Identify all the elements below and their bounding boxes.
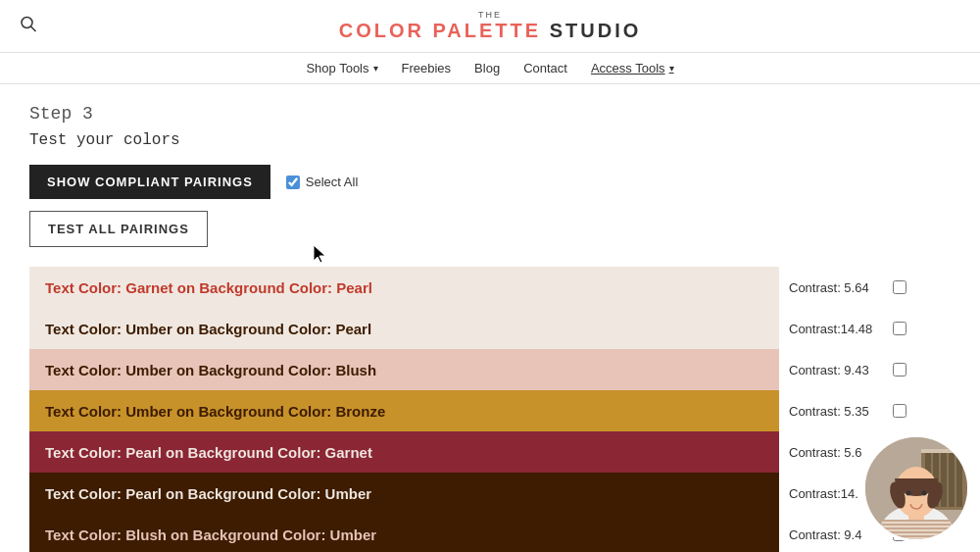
pairing-contrast: Contrast: 5.64 (779, 280, 887, 295)
nav-contact[interactable]: Contact (523, 61, 567, 75)
search-icon[interactable] (20, 15, 37, 37)
nav-access-tools[interactable]: Access Tools ▾ (591, 61, 674, 75)
pairing-row: Text Color: Pearl on Background Color: U… (29, 473, 951, 514)
header: THE COLOR PALETTE STUDIO (0, 0, 980, 53)
pairing-swatch: Text Color: Umber on Background Color: P… (29, 308, 779, 349)
nav-blog[interactable]: Blog (474, 61, 500, 75)
select-all-checkbox[interactable] (286, 176, 300, 189)
pairing-contrast: Contrast: 9.4 (779, 527, 887, 542)
chevron-down-icon: ▾ (373, 63, 378, 74)
pairing-swatch: Text Color: Pearl on Background Color: G… (29, 431, 779, 473)
logo-the: THE (339, 10, 642, 20)
pairing-checkbox-wrap (887, 404, 911, 418)
pairing-contrast: Contrast: 9.43 (779, 363, 887, 377)
svg-point-0 (22, 17, 32, 27)
pairing-contrast: Contrast:14.48 (779, 322, 887, 336)
svg-line-1 (31, 26, 36, 31)
pairing-checkbox-wrap (887, 363, 911, 376)
section-title: Test your colors (29, 131, 951, 149)
pairing-select-checkbox[interactable] (893, 363, 906, 376)
avatar (862, 434, 970, 542)
pairings-list: Text Color: Garnet on Background Color: … (29, 267, 951, 552)
pairing-swatch: Text Color: Umber on Background Color: B… (29, 390, 779, 431)
pairing-select-checkbox[interactable] (893, 322, 906, 335)
pairing-row: Text Color: Umber on Background Color: P… (29, 308, 951, 349)
pairing-select-checkbox[interactable] (893, 280, 906, 294)
action-buttons-row: SHOW COMPLIANT PAIRINGS Select All (29, 165, 951, 199)
nav-shop-tools[interactable]: Shop Tools ▾ (306, 61, 377, 75)
main-nav: Shop Tools ▾ Freebies Blog Contact Acces… (0, 53, 980, 84)
pairing-select-checkbox[interactable] (893, 404, 906, 418)
pairing-checkbox-wrap (887, 322, 911, 335)
pairing-row: Text Color: Blush on Background Color: U… (29, 514, 951, 552)
test-all-pairings-button[interactable]: TEST ALL PAIRINGS (29, 211, 208, 247)
nav-freebies[interactable]: Freebies (402, 61, 452, 75)
chevron-down-icon: ▾ (669, 63, 674, 74)
pairing-swatch: Text Color: Pearl on Background Color: U… (29, 473, 779, 514)
pairing-swatch: Text Color: Umber on Background Color: B… (29, 349, 779, 390)
pairing-checkbox-wrap (887, 280, 911, 294)
logo-title: COLOR PALETTE STUDIO (339, 20, 642, 42)
pairing-swatch: Text Color: Garnet on Background Color: … (29, 267, 779, 308)
pairing-swatch: Text Color: Blush on Background Color: U… (29, 514, 779, 552)
test-button-row: TEST ALL PAIRINGS (29, 211, 951, 247)
pairing-row: Text Color: Umber on Background Color: B… (29, 390, 951, 431)
step-label: Step 3 (29, 104, 951, 124)
select-all-label[interactable]: Select All (286, 175, 358, 189)
pairing-row: Text Color: Garnet on Background Color: … (29, 267, 951, 308)
main-content: Step 3 Test your colors SHOW COMPLIANT P… (0, 84, 980, 552)
pairing-contrast: Contrast: 5.35 (779, 404, 887, 419)
pairing-row: Text Color: Pearl on Background Color: G… (29, 431, 951, 473)
site-logo: THE COLOR PALETTE STUDIO (339, 10, 642, 42)
pairing-row: Text Color: Umber on Background Color: B… (29, 349, 951, 390)
show-compliant-pairings-button[interactable]: SHOW COMPLIANT PAIRINGS (29, 165, 270, 199)
